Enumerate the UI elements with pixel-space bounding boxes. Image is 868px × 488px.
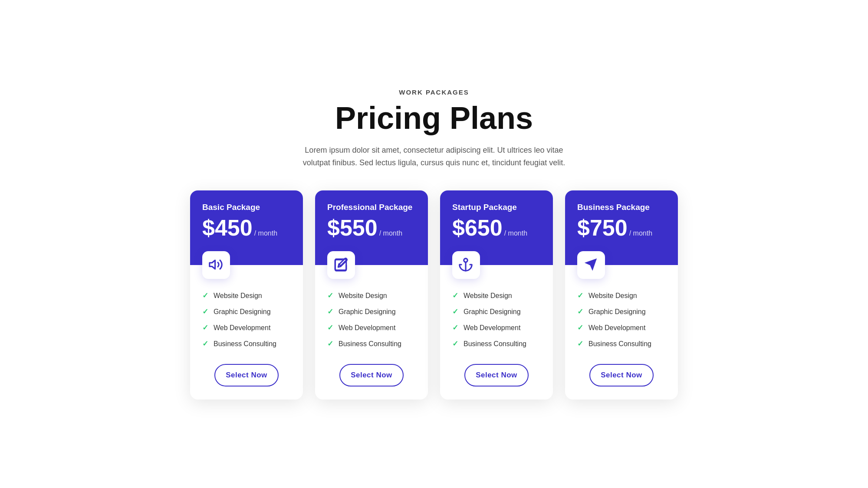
feature-label: Graphic Designing [214, 308, 271, 316]
edit-icon [333, 257, 349, 273]
check-icon: ✓ [452, 339, 458, 348]
feature-label: Website Design [589, 292, 637, 300]
feature-item: ✓ Graphic Designing [202, 304, 291, 320]
feature-label: Graphic Designing [339, 308, 396, 316]
card-price: $450 / month [202, 216, 291, 239]
header-section: WORK PACKAGES Pricing Plans Lorem ipsum … [299, 88, 569, 169]
price-amount: $750 [577, 216, 628, 239]
price-amount: $650 [452, 216, 503, 239]
check-icon: ✓ [327, 291, 333, 300]
card-icon-wrapper [327, 251, 355, 279]
section-title: Pricing Plans [299, 101, 569, 135]
check-icon: ✓ [577, 291, 583, 300]
feature-label: Website Design [464, 292, 512, 300]
card-header: Startup Package $650 / month [440, 190, 553, 265]
feature-item: ✓ Website Design [327, 288, 416, 304]
card-name: Professional Package [327, 203, 416, 212]
feature-item: ✓ Graphic Designing [452, 304, 541, 320]
anchor-icon [458, 257, 474, 273]
check-icon: ✓ [327, 307, 333, 316]
feature-item: ✓ Business Consulting [327, 336, 416, 352]
feature-label: Business Consulting [214, 340, 276, 348]
feature-label: Graphic Designing [589, 308, 646, 316]
check-icon: ✓ [202, 307, 208, 316]
card-icon-wrapper [202, 251, 230, 279]
card-header: Basic Package $450 / month [190, 190, 303, 265]
pricing-cards-container: Basic Package $450 / month ✓ Website Des… [190, 190, 678, 400]
features-list: ✓ Website Design ✓ Graphic Designing ✓ W… [327, 288, 416, 352]
plane-icon [583, 257, 599, 273]
features-list: ✓ Website Design ✓ Graphic Designing ✓ W… [202, 288, 291, 352]
feature-label: Web Development [589, 324, 645, 332]
check-icon: ✓ [452, 323, 458, 332]
pricing-card-business: Business Package $750 / month ✓ Website … [565, 190, 678, 400]
feature-label: Web Development [464, 324, 520, 332]
pricing-card-startup: Startup Package $650 / month ✓ Website D… [440, 190, 553, 400]
select-now-button[interactable]: Select Now [339, 364, 404, 386]
feature-label: Website Design [339, 292, 387, 300]
feature-item: ✓ Web Development [327, 320, 416, 336]
card-price: $550 / month [327, 216, 416, 239]
check-icon: ✓ [577, 323, 583, 332]
feature-label: Web Development [339, 324, 395, 332]
check-icon: ✓ [452, 307, 458, 316]
card-icon-wrapper [452, 251, 480, 279]
card-name: Business Package [577, 203, 666, 212]
select-now-button[interactable]: Select Now [464, 364, 529, 386]
card-header: Business Package $750 / month [565, 190, 678, 265]
check-icon: ✓ [327, 323, 333, 332]
features-list: ✓ Website Design ✓ Graphic Designing ✓ W… [452, 288, 541, 352]
card-body: ✓ Website Design ✓ Graphic Designing ✓ W… [190, 265, 303, 386]
price-period: / month [629, 229, 652, 237]
card-price: $750 / month [577, 216, 666, 239]
card-icon-wrapper [577, 251, 605, 279]
check-icon: ✓ [202, 323, 208, 332]
feature-item: ✓ Graphic Designing [577, 304, 666, 320]
price-amount: $550 [327, 216, 378, 239]
check-icon: ✓ [577, 339, 583, 348]
card-body: ✓ Website Design ✓ Graphic Designing ✓ W… [315, 265, 428, 386]
card-header: Professional Package $550 / month [315, 190, 428, 265]
feature-item: ✓ Graphic Designing [327, 304, 416, 320]
feature-item: ✓ Web Development [577, 320, 666, 336]
price-period: / month [379, 229, 402, 237]
feature-label: Website Design [214, 292, 262, 300]
feature-item: ✓ Business Consulting [577, 336, 666, 352]
select-now-button[interactable]: Select Now [589, 364, 654, 386]
card-name: Startup Package [452, 203, 541, 212]
check-icon: ✓ [452, 291, 458, 300]
feature-label: Business Consulting [464, 340, 526, 348]
card-price: $650 / month [452, 216, 541, 239]
price-period: / month [254, 229, 277, 237]
card-name: Basic Package [202, 203, 291, 212]
feature-item: ✓ Web Development [202, 320, 291, 336]
check-icon: ✓ [327, 339, 333, 348]
feature-item: ✓ Website Design [577, 288, 666, 304]
card-body: ✓ Website Design ✓ Graphic Designing ✓ W… [440, 265, 553, 386]
feature-label: Business Consulting [589, 340, 651, 348]
megaphone-icon [208, 257, 224, 273]
pricing-card-professional: Professional Package $550 / month ✓ Webs… [315, 190, 428, 400]
pricing-card-basic: Basic Package $450 / month ✓ Website Des… [190, 190, 303, 400]
card-body: ✓ Website Design ✓ Graphic Designing ✓ W… [565, 265, 678, 386]
feature-item: ✓ Business Consulting [202, 336, 291, 352]
feature-item: ✓ Business Consulting [452, 336, 541, 352]
section-label: WORK PACKAGES [299, 88, 569, 96]
price-period: / month [504, 229, 527, 237]
svg-marker-0 [210, 260, 215, 269]
feature-label: Business Consulting [339, 340, 401, 348]
svg-rect-1 [335, 259, 346, 271]
price-amount: $450 [202, 216, 253, 239]
feature-item: ✓ Website Design [202, 288, 291, 304]
feature-label: Web Development [214, 324, 270, 332]
check-icon: ✓ [577, 307, 583, 316]
check-icon: ✓ [202, 291, 208, 300]
feature-label: Graphic Designing [464, 308, 521, 316]
feature-item: ✓ Web Development [452, 320, 541, 336]
select-now-button[interactable]: Select Now [214, 364, 279, 386]
features-list: ✓ Website Design ✓ Graphic Designing ✓ W… [577, 288, 666, 352]
section-description: Lorem ipsum dolor sit amet, consectetur … [299, 144, 569, 169]
feature-item: ✓ Website Design [452, 288, 541, 304]
check-icon: ✓ [202, 339, 208, 348]
